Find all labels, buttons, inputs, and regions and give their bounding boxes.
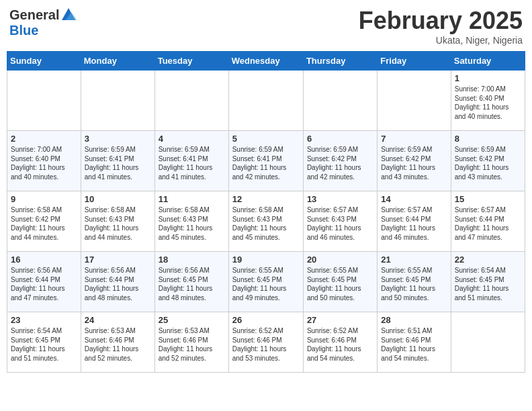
day-info: Sunrise: 6:59 AM Sunset: 6:42 PM Dayligh…: [381, 145, 447, 181]
calendar-cell: 20Sunrise: 6:55 AM Sunset: 6:45 PM Dayli…: [303, 252, 377, 312]
day-info: Sunrise: 6:58 AM Sunset: 6:42 PM Dayligh…: [11, 205, 77, 242]
calendar-cell: [228, 71, 303, 131]
day-number: 1: [455, 73, 521, 83]
page-header: General Blue February 2025 Ukata, Niger,…: [7, 7, 525, 46]
day-info: Sunrise: 6:55 AM Sunset: 6:45 PM Dayligh…: [381, 266, 447, 302]
calendar-cell: 4Sunrise: 6:59 AM Sunset: 6:41 PM Daylig…: [154, 131, 228, 191]
day-info: Sunrise: 6:59 AM Sunset: 6:42 PM Dayligh…: [307, 145, 373, 181]
day-number: 8: [455, 134, 521, 144]
weekday-header-cell: Tuesday: [154, 52, 228, 71]
day-number: 3: [85, 134, 151, 144]
day-info: Sunrise: 6:59 AM Sunset: 6:41 PM Dayligh…: [85, 145, 151, 181]
calendar-cell: 23Sunrise: 6:54 AM Sunset: 6:45 PM Dayli…: [7, 312, 81, 373]
calendar-cell: 24Sunrise: 6:53 AM Sunset: 6:46 PM Dayli…: [81, 312, 154, 373]
calendar-cell: 17Sunrise: 6:56 AM Sunset: 6:44 PM Dayli…: [81, 252, 154, 312]
day-info: Sunrise: 6:56 AM Sunset: 6:44 PM Dayligh…: [85, 266, 151, 302]
day-number: 28: [381, 315, 447, 325]
weekday-header-cell: Wednesday: [228, 52, 303, 71]
calendar-cell: [451, 312, 525, 373]
calendar-cell: [378, 71, 451, 131]
weekday-header-cell: Sunday: [7, 52, 81, 71]
calendar-week-row: 1Sunrise: 7:00 AM Sunset: 6:40 PM Daylig…: [7, 71, 525, 131]
calendar-cell: [81, 71, 154, 131]
day-number: 10: [85, 194, 151, 204]
day-info: Sunrise: 6:53 AM Sunset: 6:46 PM Dayligh…: [85, 326, 151, 363]
logo: General Blue: [9, 7, 77, 38]
calendar-cell: 7Sunrise: 6:59 AM Sunset: 6:42 PM Daylig…: [378, 131, 451, 191]
day-info: Sunrise: 6:58 AM Sunset: 6:43 PM Dayligh…: [159, 205, 225, 242]
day-info: Sunrise: 6:56 AM Sunset: 6:44 PM Dayligh…: [11, 266, 77, 302]
day-number: 7: [381, 134, 447, 144]
calendar-cell: 12Sunrise: 6:58 AM Sunset: 6:43 PM Dayli…: [228, 191, 303, 252]
weekday-header-row: SundayMondayTuesdayWednesdayThursdayFrid…: [7, 52, 525, 71]
day-number: 26: [232, 315, 300, 325]
calendar-cell: 11Sunrise: 6:58 AM Sunset: 6:43 PM Dayli…: [154, 191, 228, 252]
day-info: Sunrise: 7:00 AM Sunset: 6:40 PM Dayligh…: [11, 145, 77, 181]
calendar-cell: 19Sunrise: 6:55 AM Sunset: 6:45 PM Dayli…: [228, 252, 303, 312]
day-info: Sunrise: 6:54 AM Sunset: 6:45 PM Dayligh…: [11, 326, 77, 363]
calendar-cell: 13Sunrise: 6:57 AM Sunset: 6:43 PM Dayli…: [303, 191, 377, 252]
day-number: 22: [455, 255, 521, 265]
calendar-cell: 6Sunrise: 6:59 AM Sunset: 6:42 PM Daylig…: [303, 131, 377, 191]
calendar-body: 1Sunrise: 7:00 AM Sunset: 6:40 PM Daylig…: [7, 71, 525, 373]
day-info: Sunrise: 6:58 AM Sunset: 6:43 PM Dayligh…: [85, 205, 151, 242]
calendar-week-row: 9Sunrise: 6:58 AM Sunset: 6:42 PM Daylig…: [7, 191, 525, 252]
day-number: 18: [159, 255, 225, 265]
calendar-cell: 28Sunrise: 6:51 AM Sunset: 6:46 PM Dayli…: [378, 312, 451, 373]
day-info: Sunrise: 6:57 AM Sunset: 6:44 PM Dayligh…: [455, 205, 521, 242]
day-number: 12: [232, 194, 300, 204]
calendar-cell: 21Sunrise: 6:55 AM Sunset: 6:45 PM Dayli…: [378, 252, 451, 312]
weekday-header-cell: Monday: [81, 52, 154, 71]
calendar-cell: 15Sunrise: 6:57 AM Sunset: 6:44 PM Dayli…: [451, 191, 525, 252]
calendar-table: SundayMondayTuesdayWednesdayThursdayFrid…: [7, 51, 525, 373]
title-block: February 2025 Ukata, Niger, Nigeria: [359, 7, 523, 46]
calendar-cell: 10Sunrise: 6:58 AM Sunset: 6:43 PM Dayli…: [81, 191, 154, 252]
weekday-header-cell: Friday: [378, 52, 451, 71]
day-number: 16: [11, 255, 77, 265]
calendar-cell: 27Sunrise: 6:52 AM Sunset: 6:46 PM Dayli…: [303, 312, 377, 373]
calendar-week-row: 23Sunrise: 6:54 AM Sunset: 6:45 PM Dayli…: [7, 312, 525, 373]
day-number: 27: [307, 315, 373, 325]
calendar-cell: 3Sunrise: 6:59 AM Sunset: 6:41 PM Daylig…: [81, 131, 154, 191]
day-info: Sunrise: 6:52 AM Sunset: 6:46 PM Dayligh…: [232, 326, 300, 363]
calendar-cell: 26Sunrise: 6:52 AM Sunset: 6:46 PM Dayli…: [228, 312, 303, 373]
day-number: 24: [85, 315, 151, 325]
logo-icon: [60, 7, 77, 23]
day-number: 14: [381, 194, 447, 204]
month-title: February 2025: [359, 7, 523, 35]
day-number: 5: [232, 134, 300, 144]
day-number: 23: [11, 315, 77, 325]
day-info: Sunrise: 7:00 AM Sunset: 6:40 PM Dayligh…: [455, 85, 521, 121]
day-number: 4: [159, 134, 225, 144]
calendar-week-row: 16Sunrise: 6:56 AM Sunset: 6:44 PM Dayli…: [7, 252, 525, 312]
location-subtitle: Ukata, Niger, Nigeria: [359, 35, 523, 46]
calendar-cell: 9Sunrise: 6:58 AM Sunset: 6:42 PM Daylig…: [7, 191, 81, 252]
day-number: 11: [159, 194, 225, 204]
day-info: Sunrise: 6:59 AM Sunset: 6:41 PM Dayligh…: [159, 145, 225, 181]
logo-blue-text: Blue: [9, 23, 38, 38]
day-info: Sunrise: 6:55 AM Sunset: 6:45 PM Dayligh…: [232, 266, 300, 302]
day-number: 6: [307, 134, 373, 144]
calendar-cell: 1Sunrise: 7:00 AM Sunset: 6:40 PM Daylig…: [451, 71, 525, 131]
day-info: Sunrise: 6:54 AM Sunset: 6:45 PM Dayligh…: [455, 266, 521, 302]
day-number: 13: [307, 194, 373, 204]
day-info: Sunrise: 6:59 AM Sunset: 6:41 PM Dayligh…: [232, 145, 300, 181]
calendar-cell: 2Sunrise: 7:00 AM Sunset: 6:40 PM Daylig…: [7, 131, 81, 191]
day-info: Sunrise: 6:51 AM Sunset: 6:46 PM Dayligh…: [381, 326, 447, 363]
calendar-cell: 5Sunrise: 6:59 AM Sunset: 6:41 PM Daylig…: [228, 131, 303, 191]
calendar-cell: 8Sunrise: 6:59 AM Sunset: 6:42 PM Daylig…: [451, 131, 525, 191]
day-info: Sunrise: 6:57 AM Sunset: 6:44 PM Dayligh…: [381, 205, 447, 242]
calendar-cell: 18Sunrise: 6:56 AM Sunset: 6:45 PM Dayli…: [154, 252, 228, 312]
calendar-week-row: 2Sunrise: 7:00 AM Sunset: 6:40 PM Daylig…: [7, 131, 525, 191]
day-number: 25: [159, 315, 225, 325]
day-number: 9: [11, 194, 77, 204]
logo-general-text: General: [9, 7, 59, 23]
calendar-cell: [7, 71, 81, 131]
day-info: Sunrise: 6:58 AM Sunset: 6:43 PM Dayligh…: [232, 205, 300, 242]
weekday-header-cell: Thursday: [303, 52, 377, 71]
day-info: Sunrise: 6:55 AM Sunset: 6:45 PM Dayligh…: [307, 266, 373, 302]
calendar-cell: 14Sunrise: 6:57 AM Sunset: 6:44 PM Dayli…: [378, 191, 451, 252]
calendar-cell: [303, 71, 377, 131]
day-number: 20: [307, 255, 373, 265]
day-number: 19: [232, 255, 300, 265]
